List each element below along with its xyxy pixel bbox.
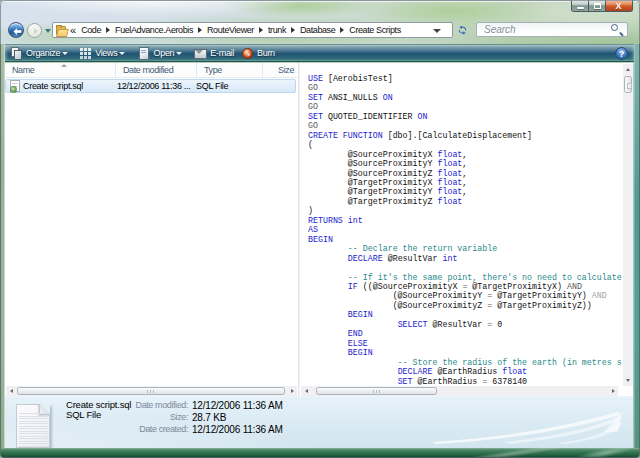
code-line: @SourceProximityZ float, — [308, 169, 622, 178]
search-box[interactable]: Search — [476, 22, 628, 37]
code-token-kw: ELSE — [348, 339, 368, 348]
maximize-icon — [594, 3, 601, 9]
open-button[interactable]: Open — [137, 47, 186, 59]
scroll-left-icon[interactable] — [305, 389, 308, 393]
code-line: CREATE FUNCTION [dbo].[CalculateDisplace… — [308, 131, 622, 140]
code-token-kw: ON — [418, 112, 428, 121]
details-field-value: 12/12/2006 11:36 AM — [192, 424, 283, 435]
code-line: BEGIN — [308, 310, 622, 319]
code-token-id — [308, 367, 398, 376]
forward-button[interactable] — [27, 23, 42, 38]
code-token-id: @ResultVar — [383, 254, 443, 263]
scroll-right-icon[interactable] — [291, 389, 294, 393]
code-token-id: , — [462, 169, 467, 178]
code-token-gr: GO — [308, 83, 318, 92]
email-button[interactable]: E-mail — [194, 47, 234, 59]
chevron-down-icon — [119, 52, 125, 55]
address-dropdown-icon[interactable] — [433, 29, 441, 33]
refresh-button[interactable] — [455, 22, 470, 38]
file-list-hscrollbar[interactable] — [6, 386, 297, 396]
breadcrumb-separator-icon — [259, 27, 263, 33]
code-line: -- Store the radius of the earth (in met… — [308, 358, 622, 367]
recent-pages-dropdown[interactable] — [45, 29, 51, 33]
search-icon[interactable] — [610, 23, 623, 36]
code-line: DECLARE @ResultVar int — [308, 254, 622, 263]
breadcrumb-item[interactable]: Code — [79, 25, 103, 35]
search-placeholder: Search — [484, 24, 610, 35]
code-line: SELECT @ResultVar = 0 — [308, 320, 622, 329]
code-token-id: 6378140 — [487, 377, 527, 386]
scroll-left-icon[interactable] — [10, 389, 13, 393]
code-token-kw: BEGIN — [308, 235, 333, 244]
folder-icon — [56, 26, 66, 35]
code-token-id: @SourceProximityY — [308, 159, 437, 168]
code-token-kw: float — [437, 169, 462, 178]
code-line: SET ANSI_NULLS ON — [308, 93, 622, 102]
hscroll-thumb[interactable] — [17, 387, 285, 395]
organize-button[interactable]: Organize — [10, 47, 72, 59]
breadcrumb-item[interactable]: Database — [298, 25, 337, 35]
code-line: DECLARE @EarthRadius float — [308, 367, 622, 376]
code-token-id: @EarthRadius — [432, 367, 502, 376]
sql-file-icon — [10, 80, 20, 92]
refresh-arrows-icon — [457, 25, 468, 36]
breadcrumb-item[interactable]: trunk — [266, 25, 288, 35]
minimize-button[interactable] — [571, 0, 589, 12]
code-token-id: [AerobisTest] — [323, 74, 393, 83]
maximize-button[interactable] — [589, 0, 606, 12]
preview-vscrollbar[interactable] — [623, 64, 633, 386]
code-token-kw: SET — [398, 377, 413, 386]
code-line: END — [308, 329, 622, 338]
breadcrumb-item[interactable]: Create Scripts — [347, 25, 402, 35]
code-token-id: [dbo].[CalculateDisplacement] — [383, 131, 532, 140]
views-icon — [80, 48, 91, 59]
code-token-kw: BEGIN — [348, 348, 373, 357]
code-token-gr: GO — [308, 102, 318, 111]
scroll-down-icon[interactable] — [626, 379, 630, 382]
code-line: GO — [308, 121, 622, 130]
caption-buttons: X — [571, 0, 633, 13]
code-token-id: , — [462, 178, 467, 187]
code-token-kw: SELECT — [398, 320, 428, 329]
column-header-name[interactable]: Name — [5, 63, 116, 77]
preview-hscrollbar[interactable] — [301, 386, 618, 396]
scroll-right-icon[interactable] — [612, 389, 615, 393]
breadcrumb-separator-icon — [106, 27, 110, 33]
refresh-icon — [457, 25, 468, 36]
hscroll-thumb[interactable] — [316, 387, 437, 395]
code-token-id — [308, 329, 348, 338]
code-line: BEGIN — [308, 348, 622, 357]
file-row[interactable]: Create script.sql12/12/2006 11:36 ...SQL… — [5, 79, 296, 93]
breadcrumb-overflow[interactable]: « — [70, 25, 76, 35]
code-line: USE [AerobisTest] — [308, 74, 622, 83]
breadcrumb-item[interactable]: RouteViewer — [205, 25, 256, 35]
glass-streak — [430, 448, 590, 458]
help-button[interactable]: ? — [615, 47, 628, 60]
column-header-size[interactable]: Size — [263, 63, 298, 77]
code-line: SET @EarthRadius = 6378140 — [308, 377, 622, 386]
burn-icon — [242, 48, 253, 59]
code-token-kw: END — [348, 329, 363, 338]
views-button[interactable]: Views — [80, 47, 129, 59]
burn-button[interactable]: Burn — [242, 47, 275, 59]
breadcrumb-item[interactable]: FuelAdvance.Aerobis — [113, 25, 195, 35]
file-list-pane: NameDate modifiedTypeSize Create script.… — [5, 63, 298, 396]
email-icon — [194, 47, 206, 59]
column-header-type[interactable]: Type — [197, 63, 263, 77]
back-button[interactable] — [8, 22, 24, 38]
code-token-gr: AND — [567, 282, 582, 291]
chevron-down-icon — [176, 52, 182, 55]
code-token-cm: -- Store the radius of the earth (in met… — [308, 358, 622, 367]
code-token-id: (@SourceProximityY — [308, 291, 487, 300]
close-button[interactable]: X — [606, 0, 633, 12]
file-preview-icon — [16, 404, 50, 448]
column-header-date[interactable]: Date modified — [116, 63, 197, 77]
code-line: (@SourceProximityZ = @TargetProximityZ)) — [308, 301, 622, 310]
code-token-id: @SourceProximityX — [308, 150, 437, 159]
code-line: GO — [308, 102, 622, 111]
address-bar[interactable]: « CodeFuelAdvance.AerobisRouteViewertrun… — [52, 22, 453, 38]
code-token-kw: float — [437, 197, 462, 206]
organize-icon — [10, 47, 22, 59]
scroll-up-icon[interactable] — [626, 68, 630, 71]
vscroll-thumb[interactable] — [624, 76, 632, 93]
